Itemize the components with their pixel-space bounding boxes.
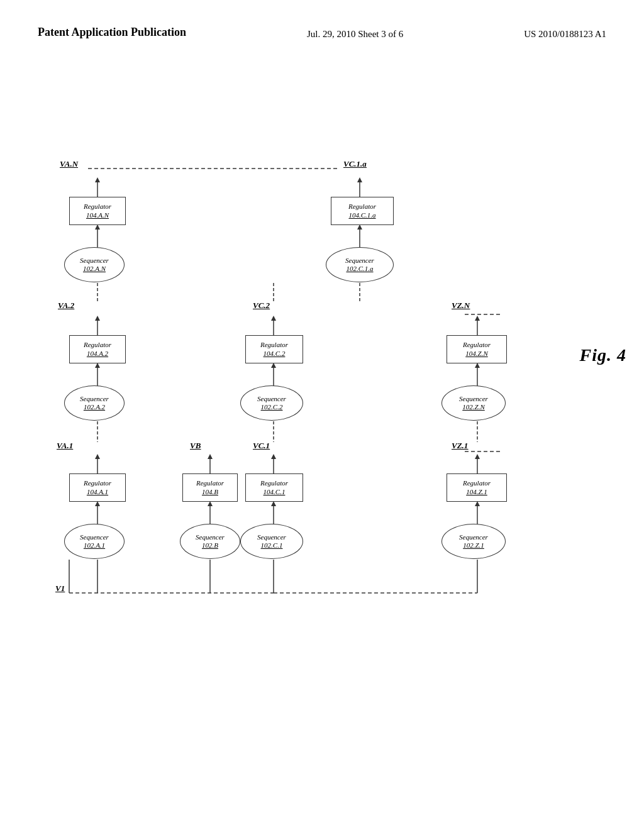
svg-marker-7 bbox=[95, 316, 100, 321]
rect-regulator-104-an: Regulator104.A.N bbox=[69, 197, 126, 225]
oval-sequencer-102-a2: Sequencer102.A.2 bbox=[64, 385, 125, 421]
svg-marker-9 bbox=[95, 224, 100, 230]
page: Patent Application Publication Jul. 29, … bbox=[0, 0, 644, 830]
rect-regulator-104-c2: Regulator104.C.2 bbox=[245, 335, 303, 363]
header-date-sheet: Jul. 29, 2010 Sheet 3 of 6 bbox=[307, 25, 403, 41]
header: Patent Application Publication Jul. 29, … bbox=[0, 0, 644, 47]
label-vz1: VZ.1 bbox=[452, 441, 468, 451]
header-title: Patent Application Publication bbox=[38, 25, 186, 40]
oval-sequencer-102-c2: Sequencer102.C.2 bbox=[240, 385, 303, 421]
label-vc1a: VC.1.a bbox=[343, 159, 367, 169]
rect-regulator-104-b: Regulator104.B bbox=[182, 473, 238, 502]
svg-marker-31 bbox=[475, 316, 480, 321]
svg-marker-23 bbox=[271, 316, 276, 321]
svg-marker-25 bbox=[357, 224, 362, 230]
label-vc2: VC.2 bbox=[253, 301, 270, 311]
rect-regulator-104-c1a: Regulator104.C.1.a bbox=[331, 197, 394, 225]
oval-sequencer-102-c1a: Sequencer102.C.1.a bbox=[326, 247, 394, 282]
svg-marker-27 bbox=[357, 177, 362, 182]
svg-marker-13 bbox=[208, 501, 213, 506]
svg-marker-17 bbox=[271, 501, 276, 506]
oval-sequencer-102-c1: Sequencer102.C.1 bbox=[240, 524, 303, 559]
svg-marker-15 bbox=[208, 454, 213, 459]
diagram-area: VA.N Regulator104.A.N Sequencer102.A.N V… bbox=[0, 53, 644, 795]
rect-regulator-104-a1: Regulator104.A.1 bbox=[69, 473, 126, 502]
rect-regulator-104-zn: Regulator104.Z.N bbox=[447, 335, 507, 363]
svg-marker-35 bbox=[475, 454, 480, 459]
svg-marker-21 bbox=[271, 363, 276, 368]
label-va1: VA.1 bbox=[57, 441, 73, 451]
rect-regulator-104-c1: Regulator104.C.1 bbox=[245, 473, 303, 502]
header-patent-number: US 2010/0188123 A1 bbox=[524, 25, 606, 41]
svg-marker-33 bbox=[475, 501, 480, 506]
oval-sequencer-102-b: Sequencer102.B bbox=[180, 524, 240, 559]
label-va2: VA.2 bbox=[58, 301, 74, 311]
rect-regulator-104-a2: Regulator104.A.2 bbox=[69, 335, 126, 363]
fig-label: Fig. 4 bbox=[580, 345, 626, 365]
oval-sequencer-102-zn: Sequencer102.Z.N bbox=[441, 385, 506, 421]
rect-regulator-104-z1: Regulator104.Z.1 bbox=[447, 473, 507, 502]
label-van: VA.N bbox=[60, 159, 78, 169]
svg-marker-11 bbox=[95, 177, 100, 182]
label-v1: V1 bbox=[55, 584, 65, 594]
svg-marker-5 bbox=[95, 363, 100, 368]
oval-sequencer-102-a1: Sequencer102.A.1 bbox=[64, 524, 125, 559]
oval-sequencer-102-an: Sequencer102.A.N bbox=[64, 247, 125, 282]
svg-marker-1 bbox=[95, 501, 100, 506]
connectors-svg bbox=[0, 53, 644, 795]
svg-marker-19 bbox=[271, 454, 276, 459]
svg-marker-3 bbox=[95, 454, 100, 459]
label-vc1: VC.1 bbox=[253, 441, 270, 451]
label-vzn: VZ.N bbox=[452, 301, 470, 311]
oval-sequencer-102-z1: Sequencer102.Z.1 bbox=[441, 524, 506, 559]
label-vb: VB bbox=[190, 441, 201, 451]
svg-marker-29 bbox=[475, 363, 480, 368]
